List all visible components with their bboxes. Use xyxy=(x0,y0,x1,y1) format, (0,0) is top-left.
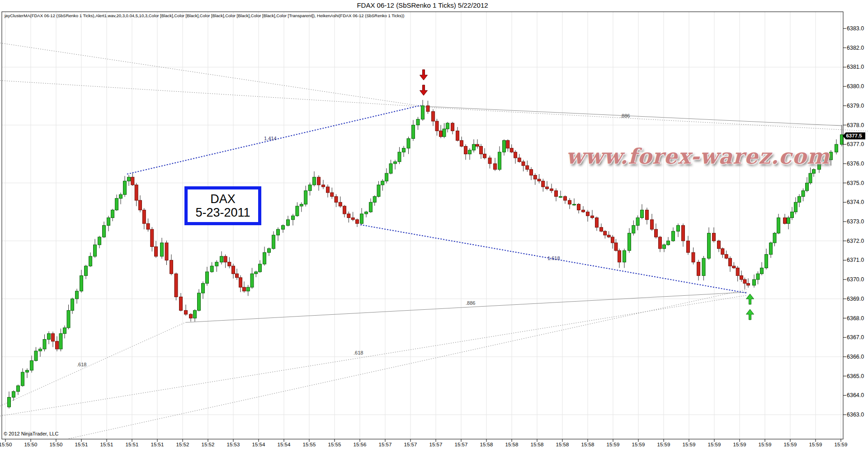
x-axis-label: 15:59 xyxy=(784,442,797,447)
candle-up xyxy=(369,202,373,212)
candle-down xyxy=(506,141,509,148)
y-axis-label: 6374.0 xyxy=(847,199,864,205)
candle-up xyxy=(360,214,363,223)
x-axis-label: 15:57 xyxy=(379,442,392,447)
x-axis-label: 15:53 xyxy=(227,442,240,447)
candle-down xyxy=(239,278,242,287)
candle-down xyxy=(692,252,695,262)
candle-up xyxy=(377,185,380,197)
candle-down xyxy=(135,185,138,200)
candle-down xyxy=(326,187,330,193)
chart-window: FDAX 06-12 (SbSRenko 1 Ticks) 5/22/2012 … xyxy=(0,0,868,459)
x-axis-label: 15:58 xyxy=(581,442,594,447)
candle-down xyxy=(736,268,739,275)
y-axis-label: 6371.0 xyxy=(847,257,864,263)
y-axis-label: 6366.0 xyxy=(847,354,864,360)
trendline-upper-fan-1[interactable] xyxy=(0,43,423,106)
x-axis-label: 15:59 xyxy=(809,442,822,447)
candle-down xyxy=(522,162,525,166)
trendline-upper-fan-2[interactable] xyxy=(0,80,423,107)
candle-up xyxy=(628,233,631,251)
candle-up xyxy=(47,334,51,340)
x-axis-label: 15:55 xyxy=(303,442,316,447)
fib-ratio-label: 1.414 xyxy=(264,136,277,141)
candle-up xyxy=(30,360,33,370)
candle-down xyxy=(526,166,529,170)
candle-down xyxy=(743,279,746,284)
candle-down xyxy=(170,260,173,274)
candle-up xyxy=(623,251,626,262)
candle-down xyxy=(494,164,497,170)
x-axis-label: 15:51 xyxy=(126,442,139,447)
forex-warez-watermark: www.forex-warez.com xyxy=(566,144,810,169)
candle-up xyxy=(17,386,20,392)
candle-up xyxy=(663,245,666,249)
candle-down xyxy=(651,220,654,229)
candle-down xyxy=(682,226,685,241)
x-axis-label: 15:57 xyxy=(429,442,443,447)
candle-down xyxy=(155,247,158,256)
candle-up xyxy=(632,226,635,233)
candle-down xyxy=(351,218,354,219)
candle-up xyxy=(760,268,764,274)
candle-down xyxy=(600,227,603,232)
candle-up xyxy=(304,191,307,204)
candle-up xyxy=(672,231,675,241)
candle-up xyxy=(498,152,501,169)
candle-up xyxy=(300,204,303,206)
candle-down xyxy=(542,181,545,187)
x-axis-label: 15:58 xyxy=(531,442,544,447)
candle-up xyxy=(12,392,15,397)
candle-up xyxy=(787,218,790,223)
y-axis-label: 6381.0 xyxy=(847,64,864,70)
x-axis-label: 15:58 xyxy=(556,442,569,447)
candle-up xyxy=(840,135,844,144)
candle-down xyxy=(659,237,662,249)
candle-down xyxy=(435,121,439,131)
x-axis-label: 15:58 xyxy=(480,442,493,447)
x-axis-label: 15:57 xyxy=(455,442,468,447)
candle-down xyxy=(232,266,235,274)
trendline-lower-886-solid[interactable] xyxy=(185,292,747,322)
candle-down xyxy=(595,218,599,227)
candle-down xyxy=(179,297,183,311)
candle-up xyxy=(313,177,316,185)
fib-ratio-label: .618 xyxy=(354,350,363,355)
candle-down xyxy=(52,334,55,341)
x-axis-label: 15:51 xyxy=(100,442,113,447)
candle-down xyxy=(717,241,721,249)
candle-up xyxy=(21,372,24,386)
trendline-upper-886-solid[interactable] xyxy=(423,106,842,126)
candle-down xyxy=(330,193,334,197)
candle-up xyxy=(753,279,756,285)
chart-canvas[interactable] xyxy=(0,0,868,459)
candle-up xyxy=(773,233,776,243)
candle-up xyxy=(398,152,401,161)
candle-up xyxy=(365,212,368,214)
x-axis-label: 15:54 xyxy=(252,442,265,447)
candle-up xyxy=(446,123,449,129)
candle-up xyxy=(255,272,258,274)
candle-down xyxy=(582,210,585,212)
candle-down xyxy=(518,158,521,162)
x-axis-label: 15:51 xyxy=(75,442,88,447)
candle-up xyxy=(636,218,639,225)
candle-down xyxy=(243,287,246,291)
x-axis-label: 15:52 xyxy=(202,442,215,447)
candle-up xyxy=(43,339,46,349)
candle-down xyxy=(586,212,590,216)
fib-ratio-label: 1.618 xyxy=(547,256,560,261)
y-axis-label: 6363.0 xyxy=(847,412,864,418)
candle-down xyxy=(747,284,750,285)
x-axis-label: 15:57 xyxy=(404,442,417,447)
candle-up xyxy=(806,183,809,191)
trendline-upper-886-dotted[interactable] xyxy=(423,107,868,131)
candle-up xyxy=(287,220,290,226)
trendline-lower-fan-steep[interactable] xyxy=(69,289,747,439)
candle-down xyxy=(568,200,571,204)
candle-down xyxy=(432,112,435,121)
y-axis-label: 6368.0 xyxy=(847,315,864,322)
y-axis-label: 6382.0 xyxy=(847,45,864,51)
dax-annotation-box[interactable]: DAX 5-23-2011 xyxy=(184,186,261,225)
annotation-line1: DAX xyxy=(210,192,236,206)
